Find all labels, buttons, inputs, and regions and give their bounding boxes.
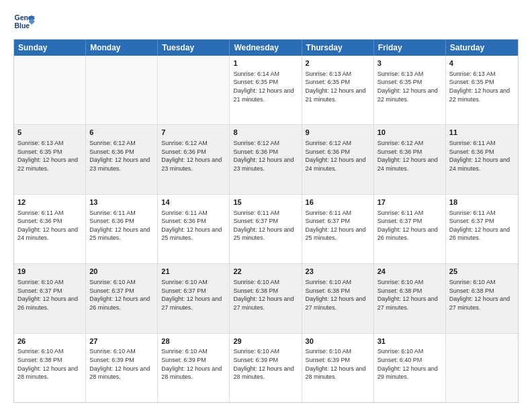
day-of-week-wednesday: Wednesday <box>230 40 302 56</box>
calendar-cell-empty <box>158 56 230 124</box>
calendar-cell-day-9: 9Sunrise: 6:12 AMSunset: 6:36 PMDaylight… <box>302 125 374 193</box>
svg-text:Blue: Blue <box>15 22 30 30</box>
day-number: 15 <box>233 197 298 208</box>
day-number: 23 <box>306 267 370 277</box>
cell-info: Sunrise: 6:13 AMSunset: 6:35 PMDaylight:… <box>449 70 515 103</box>
cell-info: Sunrise: 6:11 AMSunset: 6:36 PMDaylight:… <box>449 139 515 173</box>
calendar-cell-day-8: 8Sunrise: 6:12 AMSunset: 6:36 PMDaylight… <box>230 125 302 193</box>
logo: General Blue <box>13 11 38 32</box>
calendar-cell-empty <box>14 56 86 124</box>
day-number: 22 <box>233 267 298 277</box>
cell-info: Sunrise: 6:10 AMSunset: 6:37 PMDaylight:… <box>89 278 154 312</box>
calendar-cell-day-2: 2Sunrise: 6:13 AMSunset: 6:35 PMDaylight… <box>302 56 374 124</box>
calendar-cell-day-12: 12Sunrise: 6:11 AMSunset: 6:36 PMDayligh… <box>14 195 86 263</box>
general-blue-logo-icon: General Blue <box>13 11 35 32</box>
day-of-week-monday: Monday <box>86 40 158 56</box>
calendar-cell-day-21: 21Sunrise: 6:10 AMSunset: 6:37 PMDayligh… <box>158 264 230 332</box>
cell-info: Sunrise: 6:10 AMSunset: 6:39 PMDaylight:… <box>89 347 154 381</box>
cell-info: Sunrise: 6:10 AMSunset: 6:38 PMDaylight:… <box>449 278 515 312</box>
cell-info: Sunrise: 6:12 AMSunset: 6:36 PMDaylight:… <box>378 139 442 173</box>
calendar-cell-day-20: 20Sunrise: 6:10 AMSunset: 6:37 PMDayligh… <box>86 264 158 332</box>
day-number: 4 <box>449 58 515 68</box>
day-number: 21 <box>161 267 226 277</box>
header: General Blue <box>13 11 519 32</box>
day-number: 28 <box>161 336 226 347</box>
calendar-cell-day-31: 31Sunrise: 6:10 AMSunset: 6:40 PMDayligh… <box>374 334 446 402</box>
cell-info: Sunrise: 6:10 AMSunset: 6:39 PMDaylight:… <box>161 347 226 381</box>
day-number: 16 <box>306 197 370 208</box>
calendar-row-1: 5Sunrise: 6:13 AMSunset: 6:35 PMDaylight… <box>14 124 518 193</box>
calendar-cell-day-11: 11Sunrise: 6:11 AMSunset: 6:36 PMDayligh… <box>446 125 518 193</box>
calendar-cell-day-3: 3Sunrise: 6:13 AMSunset: 6:35 PMDaylight… <box>374 56 446 124</box>
cell-info: Sunrise: 6:10 AMSunset: 6:39 PMDaylight:… <box>306 347 370 381</box>
cell-info: Sunrise: 6:10 AMSunset: 6:38 PMDaylight:… <box>233 278 298 312</box>
cell-info: Sunrise: 6:12 AMSunset: 6:36 PMDaylight:… <box>233 139 298 173</box>
day-number: 30 <box>306 336 370 347</box>
cell-info: Sunrise: 6:10 AMSunset: 6:38 PMDaylight:… <box>378 278 442 312</box>
day-number: 24 <box>378 267 442 277</box>
cell-info: Sunrise: 6:14 AMSunset: 6:35 PMDaylight:… <box>233 70 298 103</box>
cell-info: Sunrise: 6:10 AMSunset: 6:38 PMDaylight:… <box>306 278 370 312</box>
calendar-cell-day-10: 10Sunrise: 6:12 AMSunset: 6:36 PMDayligh… <box>374 125 446 193</box>
calendar-cell-day-22: 22Sunrise: 6:10 AMSunset: 6:38 PMDayligh… <box>230 264 302 332</box>
cell-info: Sunrise: 6:10 AMSunset: 6:39 PMDaylight:… <box>233 347 298 381</box>
day-number: 27 <box>89 336 154 347</box>
calendar-cell-day-26: 26Sunrise: 6:10 AMSunset: 6:38 PMDayligh… <box>14 334 86 402</box>
day-number: 10 <box>378 128 442 138</box>
cell-info: Sunrise: 6:11 AMSunset: 6:36 PMDaylight:… <box>17 209 82 242</box>
cell-info: Sunrise: 6:11 AMSunset: 6:37 PMDaylight:… <box>233 209 298 242</box>
day-of-week-tuesday: Tuesday <box>158 40 230 56</box>
cell-info: Sunrise: 6:11 AMSunset: 6:36 PMDaylight:… <box>89 209 154 242</box>
day-of-week-friday: Friday <box>374 40 446 56</box>
calendar-row-3: 19Sunrise: 6:10 AMSunset: 6:37 PMDayligh… <box>14 263 518 332</box>
calendar-cell-day-30: 30Sunrise: 6:10 AMSunset: 6:39 PMDayligh… <box>302 334 374 402</box>
day-number: 1 <box>233 58 298 68</box>
cell-info: Sunrise: 6:13 AMSunset: 6:35 PMDaylight:… <box>378 70 442 103</box>
calendar-cell-day-19: 19Sunrise: 6:10 AMSunset: 6:37 PMDayligh… <box>14 264 86 332</box>
day-number: 26 <box>17 336 82 347</box>
day-number: 12 <box>17 197 82 208</box>
day-number: 8 <box>233 128 298 138</box>
cell-info: Sunrise: 6:12 AMSunset: 6:36 PMDaylight:… <box>89 139 154 173</box>
calendar-cell-empty <box>86 56 158 124</box>
cell-info: Sunrise: 6:12 AMSunset: 6:36 PMDaylight:… <box>161 139 226 173</box>
calendar-body: 1Sunrise: 6:14 AMSunset: 6:35 PMDaylight… <box>14 56 518 402</box>
day-number: 11 <box>449 128 515 138</box>
calendar-cell-day-17: 17Sunrise: 6:11 AMSunset: 6:37 PMDayligh… <box>374 195 446 263</box>
cell-info: Sunrise: 6:11 AMSunset: 6:37 PMDaylight:… <box>378 209 442 242</box>
day-number: 2 <box>306 58 370 68</box>
page: General Blue SundayMondayTuesdayWednesda… <box>0 0 532 411</box>
calendar-cell-day-4: 4Sunrise: 6:13 AMSunset: 6:35 PMDaylight… <box>446 56 518 124</box>
day-number: 3 <box>378 58 442 68</box>
calendar-cell-day-24: 24Sunrise: 6:10 AMSunset: 6:38 PMDayligh… <box>374 264 446 332</box>
cell-info: Sunrise: 6:10 AMSunset: 6:38 PMDaylight:… <box>17 347 82 381</box>
calendar-row-0: 1Sunrise: 6:14 AMSunset: 6:35 PMDaylight… <box>14 56 518 124</box>
calendar-header: SundayMondayTuesdayWednesdayThursdayFrid… <box>14 40 518 56</box>
day-number: 18 <box>449 197 515 208</box>
day-of-week-saturday: Saturday <box>446 40 518 56</box>
day-number: 6 <box>89 128 154 138</box>
calendar-cell-day-15: 15Sunrise: 6:11 AMSunset: 6:37 PMDayligh… <box>230 195 302 263</box>
calendar-row-2: 12Sunrise: 6:11 AMSunset: 6:36 PMDayligh… <box>14 194 518 263</box>
calendar-cell-empty <box>446 334 518 402</box>
day-number: 5 <box>17 128 82 138</box>
cell-info: Sunrise: 6:12 AMSunset: 6:36 PMDaylight:… <box>306 139 370 173</box>
day-number: 19 <box>17 267 82 277</box>
calendar-cell-day-7: 7Sunrise: 6:12 AMSunset: 6:36 PMDaylight… <box>158 125 230 193</box>
cell-info: Sunrise: 6:13 AMSunset: 6:35 PMDaylight:… <box>17 139 82 173</box>
calendar-cell-day-23: 23Sunrise: 6:10 AMSunset: 6:38 PMDayligh… <box>302 264 374 332</box>
day-number: 29 <box>233 336 298 347</box>
cell-info: Sunrise: 6:11 AMSunset: 6:37 PMDaylight:… <box>449 209 515 242</box>
day-number: 25 <box>449 267 515 277</box>
calendar-cell-day-16: 16Sunrise: 6:11 AMSunset: 6:37 PMDayligh… <box>302 195 374 263</box>
cell-info: Sunrise: 6:13 AMSunset: 6:35 PMDaylight:… <box>306 70 370 103</box>
cell-info: Sunrise: 6:11 AMSunset: 6:37 PMDaylight:… <box>306 209 370 242</box>
calendar-cell-day-13: 13Sunrise: 6:11 AMSunset: 6:36 PMDayligh… <box>86 195 158 263</box>
calendar-row-4: 26Sunrise: 6:10 AMSunset: 6:38 PMDayligh… <box>14 333 518 402</box>
calendar-cell-day-29: 29Sunrise: 6:10 AMSunset: 6:39 PMDayligh… <box>230 334 302 402</box>
day-number: 7 <box>161 128 226 138</box>
day-number: 31 <box>378 336 442 347</box>
cell-info: Sunrise: 6:11 AMSunset: 6:36 PMDaylight:… <box>161 209 226 242</box>
calendar-cell-day-5: 5Sunrise: 6:13 AMSunset: 6:35 PMDaylight… <box>14 125 86 193</box>
calendar-cell-day-28: 28Sunrise: 6:10 AMSunset: 6:39 PMDayligh… <box>158 334 230 402</box>
